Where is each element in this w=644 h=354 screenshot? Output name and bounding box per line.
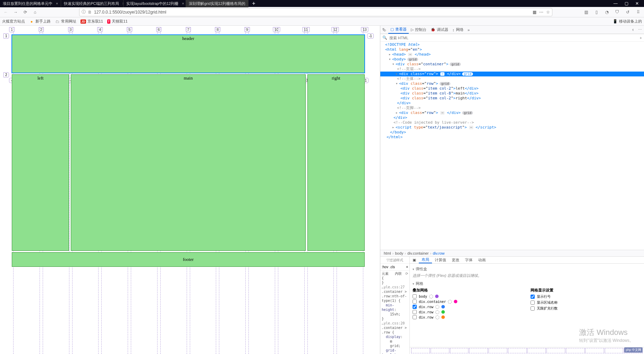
overlay-grid-header: 叠加网格 [413,288,524,293]
reload-icon[interactable]: ⟳ [22,8,29,16]
bookmark-mobile[interactable]: 📱移动设备上的 [613,19,642,24]
pick-element-icon[interactable]: ⮱ [380,26,388,34]
bookmark-firefox[interactable]: 火狐官方站点 [2,19,25,24]
account-icon[interactable]: ◔ [603,8,611,16]
extensions-icon[interactable]: ⠿ [634,8,642,16]
dom-search: 🔍 + [380,34,644,42]
browser-tab-3[interactable]: 深刻理解grid实现12列栅格布局的× [186,0,248,7]
grid-row-label: 1 [3,33,9,39]
breadcrumb: html› body› div.container› div.row [380,250,644,257]
crumb-container[interactable]: div.container [406,251,430,255]
minimize-icon[interactable]: — [613,1,618,6]
footer-row: footer [12,252,365,267]
grid-overlay-item[interactable]: div.row [413,310,524,314]
dom-search-input[interactable] [389,36,638,40]
back-icon[interactable]: ← [2,8,10,16]
info-icon[interactable]: ⓘ [82,9,86,15]
tab-network[interactable]: ↕ 网络 [450,26,466,34]
tab-animations[interactable]: 动画 [475,257,489,263]
filter-styles[interactable]: ▽ 过滤样式 [380,257,409,264]
browser-tab-1[interactable]: 快速实现经典的PC端的三列布局× [61,0,124,7]
close-icon[interactable]: × [182,1,184,6]
close-icon[interactable]: × [56,1,58,6]
grid-col-label: 12 [332,27,339,32]
page-viewport: 1 2 12345678910111213 -1 -13-12-11-10-9-… [0,26,380,354]
sidebar-icon[interactable]: ▯ [593,8,600,16]
add-rule-icon[interactable]: + [406,265,408,269]
crumb-body[interactable]: body [393,251,405,255]
bookmark-getting-started[interactable]: ●新手上路 [29,19,51,24]
css-rules[interactable]: 元素 ⟳ 内联 {} …yle.css:27 .container > .row… [380,271,409,354]
layout-column: ▣ 布局 计算值 更改 字体 动画 弹性盒 选择一个弹性 (Flex) 容器或项… [410,257,644,354]
tab-strip: 项目放置到任意的网格单元中× 快速实现经典的PC端的三列布局× 实现layui/… [0,0,608,7]
search-icon: 🔍 [382,35,387,40]
bookmark-tmall[interactable]: T天猫双11 [107,19,128,24]
browser-tab-2[interactable]: 实现layui/bootstrap中的12列栅× [124,0,186,7]
bookmark-common[interactable]: 🗀常用网址 [55,19,76,24]
main-cell: main [71,74,305,251]
browser-tab-0[interactable]: 项目放置到任意的网格单元中× [0,0,61,7]
grid-overlay-item[interactable]: div.row [413,305,524,309]
grid-col-label: 10 [273,27,280,32]
window-controls: — ▢ ✕ [608,1,644,6]
home-icon[interactable]: ⌂ [31,8,39,16]
browser-titlebar: 项目放置到任意的网格单元中× 快速实现经典的PC端的三列布局× 实现layui/… [0,0,644,7]
grid-display-option[interactable]: 无限扩充行数 [531,306,642,311]
flex-section-header[interactable]: 弹性盒 [413,266,641,272]
grid-row-label: 2 [3,72,9,77]
tab-layout[interactable]: 布局 [419,257,432,263]
grid-col-label: 7 [186,27,191,32]
responsive-icon[interactable]: ⫞ [630,27,636,32]
shield-icon[interactable]: ⛉ [613,8,621,16]
crumb-html[interactable]: html [382,251,392,255]
new-tab-button[interactable]: + [248,0,259,7]
page-content: header left main right footer [12,35,365,267]
tab-computed[interactable]: 计算值 [432,257,449,263]
devtools-menu-icon[interactable]: ⋯ [636,27,644,32]
grid-col-label: 9 [244,27,250,32]
grid-display-option[interactable]: 显示区域名称 [531,300,642,305]
grid-section-header[interactable]: 网格 [413,281,641,286]
grid-overlay-item[interactable]: body [413,294,524,298]
grid-col-label: 13 [361,27,368,32]
flex-hint: 选择一个弹性 (Flex) 容器或项目以继续。 [413,273,641,278]
mini-grid-preview [410,347,644,354]
bookmark-star-icon[interactable]: ☆ [546,10,550,15]
page-actions-icon[interactable]: ⋯ [539,10,543,15]
grid-col-label: 11 [302,27,310,32]
tab-inspector[interactable]: ▢ 查看器 [388,26,409,34]
forward-icon[interactable]: → [12,8,19,16]
header-cell: header [12,35,365,73]
devtools-panel: ⮱ ▢ 查看器 ▷ 控制台 🐞 调试器 ↕ 网络 » ⫞ ⋯ 🔍 + <!DOC… [380,26,644,354]
main-row: left main right [12,74,365,251]
layout-box-icon[interactable]: ▣ [410,257,419,263]
devtools-toolbar: ⮱ ▢ 查看器 ▷ 控制台 🐞 调试器 ↕ 网络 » ⫞ ⋯ [380,26,644,34]
grid-neg-label: -1 [367,33,374,39]
crumb-row[interactable]: div.row [431,251,446,255]
tab-console[interactable]: ▷ 控制台 [409,26,429,34]
qr-icon[interactable]: ▦ [533,10,536,15]
grid-col-label: 6 [156,27,162,32]
library-icon[interactable]: ▥ [582,8,590,16]
grid-overlay-item[interactable]: div.row [413,315,524,319]
tab-debugger[interactable]: 🐞 调试器 [429,26,450,34]
grid-col-label: 5 [127,27,132,32]
sync-icon[interactable]: ↺ [624,8,632,16]
grid-display-option[interactable]: 显示行号 [531,294,642,299]
cls-toggle[interactable]: .cls [390,265,395,269]
grid-display-header: 网格显示设置 [531,288,642,293]
footer-cell: footer [12,252,365,267]
right-cell: right [307,74,365,251]
dom-tree[interactable]: <!DOCTYPE html> <html lang="en"> ▸<head>… [380,42,644,250]
close-window-icon[interactable]: ✕ [635,1,639,6]
hov-toggle[interactable]: :hov [382,265,388,269]
maximize-icon[interactable]: ▢ [625,1,628,6]
bookmark-jd[interactable]: JD京东双11 [80,19,103,24]
tab-changes[interactable]: 更改 [449,257,462,263]
nav-toolbar: ← → ⟳ ⌂ ⓘ 🗎 127.0.0.1:5500/zuoye/1029/12… [0,7,644,17]
tab-fonts[interactable]: 字体 [462,257,475,263]
url-bar[interactable]: ⓘ 🗎 127.0.0.1:5500/zuoye/1029/12grid.htm… [79,8,552,16]
add-node-icon[interactable]: + [640,36,642,40]
toolbar-more-icon[interactable]: » [466,26,472,34]
grid-overlay-item[interactable]: div.container [413,299,524,304]
